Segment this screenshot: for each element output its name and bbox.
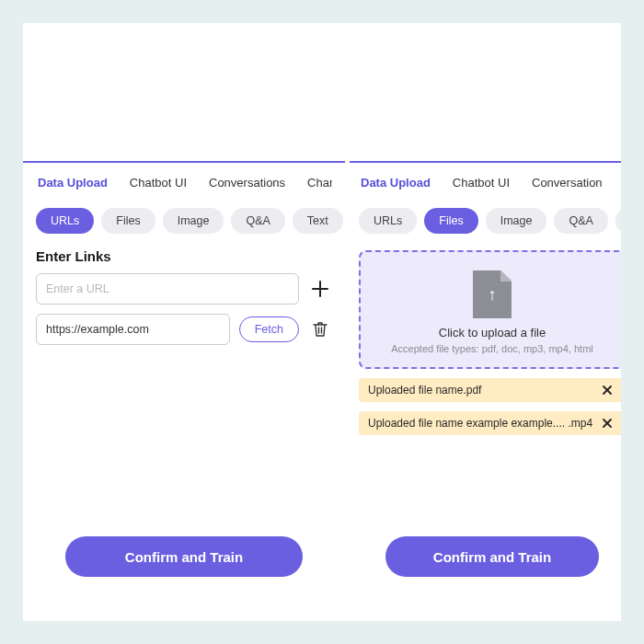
- tab-channels[interactable]: Channels: [307, 176, 332, 190]
- trash-icon: [312, 320, 328, 339]
- panel-urls: Data Upload Chatbot UI Conversations Cha…: [23, 161, 345, 593]
- close-icon: [602, 418, 613, 429]
- tab-chatbot-ui[interactable]: Chatbot UI: [130, 176, 187, 190]
- chips-left: URLs Files Image Q&A Text: [36, 199, 332, 247]
- uploaded-file-name: Uploaded file name example example.... .…: [368, 417, 592, 430]
- url-input-empty[interactable]: [36, 273, 299, 305]
- panel-files: Data Upload Chatbot UI Conversation Chan…: [350, 161, 621, 593]
- dropzone-subtitle: Accepted file types: pdf, doc, mp3, mp4,…: [370, 343, 615, 354]
- file-upload-icon: ↑: [473, 270, 512, 318]
- uploaded-file-name: Uploaded file name.pdf: [368, 384, 481, 397]
- file-dropzone[interactable]: ↑ Click to upload a file Accepted file t…: [359, 250, 621, 369]
- remove-file-button[interactable]: [598, 418, 616, 429]
- url-row-filled: Fetch: [36, 314, 332, 345]
- tab-data-upload[interactable]: Data Upload: [38, 176, 108, 190]
- chip-image[interactable]: Image: [163, 208, 224, 234]
- chip-qa[interactable]: Q&A: [554, 208, 607, 234]
- tab-conversation[interactable]: Conversation: [532, 176, 603, 190]
- confirm-train-button[interactable]: Confirm and Train: [385, 536, 599, 577]
- url-row-empty: [36, 273, 332, 305]
- chip-files[interactable]: Files: [424, 208, 477, 234]
- chips-right: URLs Files Image Q&A Text: [359, 199, 621, 247]
- app-frame: Data Upload Chatbot UI Conversations Cha…: [23, 23, 621, 621]
- uploaded-file-row: Uploaded file name example example.... .…: [359, 411, 621, 435]
- tabs-left: Data Upload Chatbot UI Conversations Cha…: [36, 163, 332, 199]
- chip-urls[interactable]: URLs: [359, 208, 417, 234]
- fetch-button[interactable]: Fetch: [239, 316, 299, 342]
- chip-files[interactable]: Files: [101, 208, 155, 234]
- chip-image[interactable]: Image: [486, 208, 547, 234]
- chip-text[interactable]: Text: [293, 208, 343, 234]
- uploaded-file-row: Uploaded file name.pdf: [359, 378, 621, 402]
- enter-links-title: Enter Links: [36, 248, 332, 264]
- chip-text[interactable]: Text: [615, 208, 621, 234]
- url-input-filled[interactable]: [36, 314, 230, 345]
- chip-urls[interactable]: URLs: [36, 208, 94, 234]
- remove-file-button[interactable]: [598, 385, 616, 396]
- close-icon: [602, 385, 613, 396]
- delete-url-button[interactable]: [308, 317, 332, 341]
- add-url-button[interactable]: [308, 277, 332, 301]
- tab-conversations[interactable]: Conversations: [209, 176, 285, 190]
- dropzone-title: Click to upload a file: [370, 326, 615, 339]
- chip-qa[interactable]: Q&A: [231, 208, 284, 234]
- tabs-right: Data Upload Chatbot UI Conversation Chan…: [359, 163, 621, 199]
- confirm-train-button[interactable]: Confirm and Train: [65, 536, 303, 577]
- tab-data-upload[interactable]: Data Upload: [361, 176, 431, 190]
- tab-chatbot-ui[interactable]: Chatbot UI: [453, 176, 510, 190]
- plus-icon: [311, 280, 329, 298]
